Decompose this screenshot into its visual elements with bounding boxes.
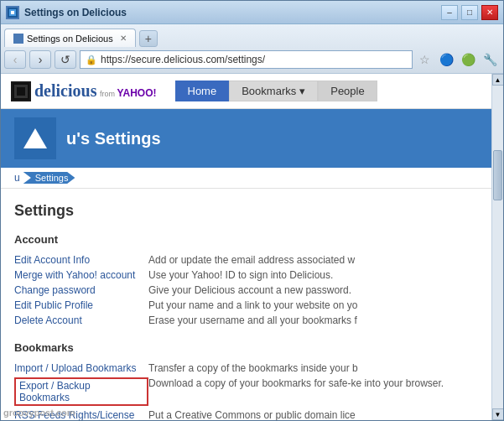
logo-text: delicious [34, 81, 96, 100]
scroll-thumb[interactable] [493, 150, 502, 200]
extension-icon-1[interactable]: 🔵 [436, 50, 456, 69]
browser-window: Settings on Delicious – □ ✕ Settings on … [0, 0, 504, 421]
site-nav: Home Bookmarks ▾ People [175, 81, 377, 101]
minimize-button[interactable]: – [441, 5, 458, 20]
account-settings-table: Edit Account Info Add or update the emai… [14, 252, 478, 328]
export-bookmarks-link[interactable]: Export / Backup Bookmarks [14, 377, 148, 406]
site-logo: delicious from YAHOO! [11, 81, 157, 101]
table-row: Delete Account Erase your username and a… [14, 313, 478, 328]
window-icon [6, 6, 19, 19]
breadcrumb-user[interactable]: u [14, 172, 20, 184]
table-row: Edit Account Info Add or update the emai… [14, 252, 478, 268]
settings-wrench-icon[interactable]: 🔧 [480, 50, 500, 69]
account-section-header: Account [14, 233, 478, 246]
bookmarks-settings-table: Import / Upload Bookmarks Transfer a cop… [14, 361, 478, 420]
nav-bookmarks[interactable]: Bookmarks ▾ [229, 81, 318, 101]
delete-account-link[interactable]: Delete Account [14, 314, 82, 326]
delete-account-desc: Erase your username and all your bookmar… [148, 313, 478, 328]
table-row: RSS Feeds Rights/License Put a Creative … [14, 408, 478, 420]
rss-feeds-desc: Put a Creative Commons or public domain … [148, 408, 478, 420]
site-header: delicious from YAHOO! Home Bookmarks ▾ P… [1, 74, 491, 109]
tab-bar: Settings on Delicious ✕ + [4, 27, 500, 47]
import-bookmarks-desc: Transfer a copy of the bookmarks inside … [148, 361, 478, 376]
back-button[interactable]: ‹ [4, 50, 26, 69]
nav-people[interactable]: People [318, 81, 377, 101]
chevron-down-icon: ▾ [299, 85, 305, 97]
window-title: Settings on Delicious [24, 7, 441, 18]
new-tab-button[interactable]: + [139, 30, 158, 47]
address-text: https://secure.delicious.com/settings/ [101, 54, 265, 65]
logo-icon [11, 81, 31, 101]
table-row: Import / Upload Bookmarks Transfer a cop… [14, 361, 478, 376]
table-row: Change password Give your Delicious acco… [14, 283, 478, 298]
forward-button[interactable]: › [29, 50, 51, 69]
scroll-up-arrow[interactable]: ▲ [492, 74, 504, 86]
address-bar[interactable]: 🔒 https://secure.delicious.com/settings/ [80, 50, 413, 69]
active-tab[interactable]: Settings on Delicious ✕ [4, 29, 136, 47]
table-row: Edit Public Profile Put your name and a … [14, 298, 478, 313]
edit-public-profile-desc: Put your name and a link to your website… [148, 298, 478, 313]
watermark: groovypost.com [3, 408, 75, 418]
merge-yahoo-link[interactable]: Merge with Yahoo! account [14, 269, 135, 281]
bookmarks-section-header: Bookmarks [14, 341, 478, 354]
breadcrumb: u Settings [1, 168, 491, 189]
reload-button[interactable]: ↺ [55, 50, 76, 69]
breadcrumb-settings: Settings [23, 172, 75, 184]
lock-icon: 🔒 [86, 55, 97, 65]
bookmark-star-icon[interactable]: ☆ [416, 50, 433, 69]
logo-group: delicious from YAHOO! [34, 81, 157, 101]
page-content: delicious from YAHOO! Home Bookmarks ▾ P… [1, 74, 491, 420]
export-bookmarks-desc: Download a copy of your bookmarks for sa… [148, 376, 478, 408]
merge-yahoo-desc: Use your Yahoo! ID to sign into Deliciou… [148, 268, 478, 283]
user-settings-title: u's Settings [66, 129, 161, 148]
yahoo-logo: YAHOO! [117, 87, 157, 99]
table-row: Merge with Yahoo! account Use your Yahoo… [14, 268, 478, 283]
svg-rect-2 [11, 11, 14, 14]
maximize-button[interactable]: □ [461, 5, 478, 20]
title-bar: Settings on Delicious – □ ✕ [1, 1, 503, 24]
tab-close-icon[interactable]: ✕ [120, 34, 127, 43]
extension-icon-2[interactable]: 🟢 [458, 50, 478, 69]
svg-rect-5 [17, 87, 25, 96]
nav-bar: ‹ › ↺ 🔒 https://secure.delicious.com/set… [4, 49, 500, 70]
change-password-desc: Give your Delicious account a new passwo… [148, 283, 478, 298]
scroll-track[interactable] [492, 86, 503, 408]
change-password-link[interactable]: Change password [14, 284, 96, 296]
settings-content: Settings Account Edit Account Info Add o… [1, 189, 491, 420]
edit-account-info-desc: Add or update the email address associat… [148, 252, 478, 268]
scrollbar[interactable]: ▲ ▼ [491, 74, 503, 420]
user-header: u's Settings [1, 109, 491, 168]
edit-account-info-link[interactable]: Edit Account Info [14, 254, 90, 266]
close-button[interactable]: ✕ [481, 5, 498, 20]
logo-from-text: from YAHOO! [100, 90, 156, 98]
page-title: Settings [14, 202, 478, 220]
avatar [14, 117, 56, 159]
import-bookmarks-link[interactable]: Import / Upload Bookmarks [14, 362, 136, 374]
browser-toolbar: Settings on Delicious ✕ + ‹ › ↺ 🔒 https:… [1, 24, 503, 74]
scroll-down-arrow[interactable]: ▼ [492, 408, 504, 420]
nav-home[interactable]: Home [175, 81, 230, 101]
edit-public-profile-link[interactable]: Edit Public Profile [14, 299, 93, 311]
tab-label: Settings on Delicious [27, 34, 113, 44]
tab-favicon [13, 34, 23, 44]
window-controls: – □ ✕ [441, 5, 498, 20]
page-container: delicious from YAHOO! Home Bookmarks ▾ P… [1, 74, 503, 420]
toolbar-icons: 🔵 🟢 🔧 [436, 50, 500, 69]
table-row: Export / Backup Bookmarks Download a cop… [14, 376, 478, 408]
